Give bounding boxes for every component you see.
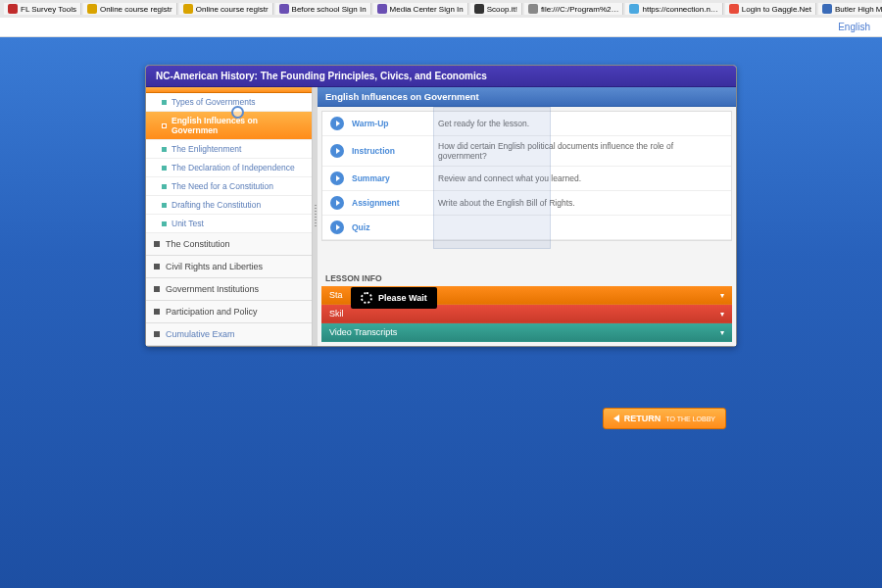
back-arrow-icon <box>613 415 619 422</box>
favicon-icon <box>629 4 639 14</box>
browser-tab[interactable]: file:///C:/Program%2… <box>524 3 624 15</box>
bullet-icon <box>154 241 160 247</box>
language-link[interactable]: English <box>838 22 870 32</box>
sidebar-item-label: Unit Test <box>172 219 204 228</box>
favicon-icon <box>822 4 832 14</box>
activity-row: AssignmentWrite about the English Bill o… <box>322 191 731 216</box>
tab-label: https://connection.n… <box>642 5 717 14</box>
sidebar-item-label: Drafting the Constitution <box>172 200 261 210</box>
bullet-icon <box>154 264 160 270</box>
activity-row: SummaryReview and connect what you learn… <box>322 167 731 191</box>
play-icon <box>336 148 340 154</box>
chevron-down-icon: ▾ <box>720 328 724 337</box>
play-button[interactable] <box>330 117 344 130</box>
sidebar-lesson-item[interactable]: The Declaration of Independence <box>146 159 312 177</box>
play-button[interactable] <box>330 144 344 158</box>
course-title-bar: NC-American History: The Founding Princi… <box>146 66 736 87</box>
favicon-icon <box>279 4 289 14</box>
bullet-icon <box>154 286 160 292</box>
chevron-down-icon: ▾ <box>720 310 724 318</box>
tab-label: Before school Sign In <box>292 5 367 14</box>
sidebar-lesson-item[interactable]: Unit Test <box>146 215 312 233</box>
browser-tab[interactable]: Login to Gaggle.Net <box>725 3 816 15</box>
activity-description: Review and connect what you learned. <box>438 173 723 183</box>
loading-overlay: Please Wait <box>351 287 437 309</box>
spinner-icon <box>361 292 372 304</box>
sidebar-lesson-item[interactable]: English Influences on Governmen <box>146 112 312 140</box>
play-button[interactable] <box>330 220 344 234</box>
activity-row: Quiz <box>322 216 731 240</box>
sidebar-item-label: The Declaration of Independence <box>172 163 295 172</box>
browser-tab[interactable]: Butler High Media Ce <box>818 3 882 15</box>
bullet-icon <box>162 166 167 171</box>
activity-description: Get ready for the lesson. <box>438 119 723 128</box>
browser-tab[interactable]: Scoop.it! <box>470 3 522 15</box>
activity-name[interactable]: Instruction <box>352 146 430 156</box>
sidebar-lesson-item[interactable]: The Need for a Constitution <box>146 177 312 196</box>
favicon-icon <box>377 4 387 14</box>
activity-name[interactable]: Assignment <box>352 198 430 208</box>
browser-tab-strip: FL Survey ToolsOnline course registrOnli… <box>0 0 882 18</box>
sidebar-unit-item[interactable]: The Constitution <box>146 233 312 256</box>
lesson-title: English Influences on Government <box>318 87 736 107</box>
play-icon <box>336 121 340 126</box>
activity-row: InstructionHow did certain English polit… <box>322 136 731 167</box>
unit-list: The ConstitutionCivil Rights and Liberti… <box>146 233 312 346</box>
chevron-down-icon: ▾ <box>720 291 724 300</box>
unit-label: Civil Rights and Liberties <box>166 262 263 271</box>
tab-label: Online course registr <box>196 5 269 14</box>
sidebar-lesson-item[interactable]: The Enlightenment <box>146 140 312 159</box>
favicon-icon <box>183 4 193 14</box>
browser-tab[interactable]: Online course registr <box>179 3 273 15</box>
favicon-icon <box>528 4 538 14</box>
browser-tab[interactable]: https://connection.n… <box>625 3 722 15</box>
activity-name[interactable]: Summary <box>352 173 430 183</box>
play-icon <box>336 200 340 206</box>
sidebar-item-label: The Enlightenment <box>172 144 241 154</box>
address-bar: English <box>0 18 882 37</box>
play-button[interactable] <box>330 172 344 185</box>
lesson-info-label: LESSON INFO <box>318 268 736 286</box>
tab-label: Media Center Sign In <box>390 5 464 14</box>
bullet-icon <box>162 100 167 105</box>
favicon-icon <box>474 4 484 14</box>
return-label: RETURN <box>624 414 662 423</box>
activity-description: Write about the English Bill of Rights. <box>438 198 723 208</box>
sidebar-item-label: The Need for a Constitution <box>172 181 273 191</box>
sidebar-unit-item[interactable]: Participation and Policy <box>146 301 312 323</box>
activity-description: How did certain English political docume… <box>438 141 723 161</box>
browser-tab[interactable]: Media Center Sign In <box>373 3 468 15</box>
activities-table: Warm-UpGet ready for the lesson.Instruct… <box>321 111 732 241</box>
sidebar: Types of GovernmentsEnglish Influences o… <box>146 87 313 346</box>
return-button[interactable]: RETURN TO THE LOBBY <box>603 408 726 429</box>
info-bar[interactable]: Video Transcripts▾ <box>321 323 732 342</box>
sidebar-lesson-item[interactable]: Types of Governments <box>146 93 312 112</box>
activity-name[interactable]: Quiz <box>352 222 430 232</box>
favicon-icon <box>729 4 739 14</box>
bullet-icon <box>162 123 167 128</box>
to-lobby-label: TO THE LOBBY <box>665 416 715 422</box>
unit-label: Government Institutions <box>166 284 259 294</box>
tab-label: Scoop.it! <box>487 5 517 14</box>
sidebar-item-label: Types of Governments <box>172 97 256 107</box>
activity-name[interactable]: Warm-Up <box>352 119 430 128</box>
browser-tab[interactable]: Online course registr <box>83 3 177 15</box>
sidebar-lesson-item[interactable]: Drafting the Constitution <box>146 196 312 215</box>
activity-row: Warm-UpGet ready for the lesson. <box>322 112 731 136</box>
play-button[interactable] <box>330 196 344 210</box>
sidebar-unit-item[interactable]: Civil Rights and Liberties <box>146 256 312 278</box>
lesson-sub-list: Types of GovernmentsEnglish Influences o… <box>146 93 312 233</box>
sidebar-unit-item[interactable]: Cumulative Exam <box>146 323 312 346</box>
tab-label: FL Survey Tools <box>21 5 76 14</box>
favicon-icon <box>8 4 18 14</box>
info-bar-label: Skil <box>329 309 344 318</box>
course-body: Types of GovernmentsEnglish Influences o… <box>146 87 736 346</box>
browser-tab[interactable]: FL Survey Tools <box>4 3 81 15</box>
browser-tab[interactable]: Before school Sign In <box>275 3 371 15</box>
tab-label: Online course registr <box>100 5 172 14</box>
app-viewport: NC-American History: The Founding Princi… <box>0 37 882 588</box>
loading-text: Please Wait <box>378 293 427 303</box>
info-bar-label: Video Transcripts <box>329 327 397 337</box>
bullet-icon <box>162 203 167 208</box>
sidebar-unit-item[interactable]: Government Institutions <box>146 278 312 301</box>
